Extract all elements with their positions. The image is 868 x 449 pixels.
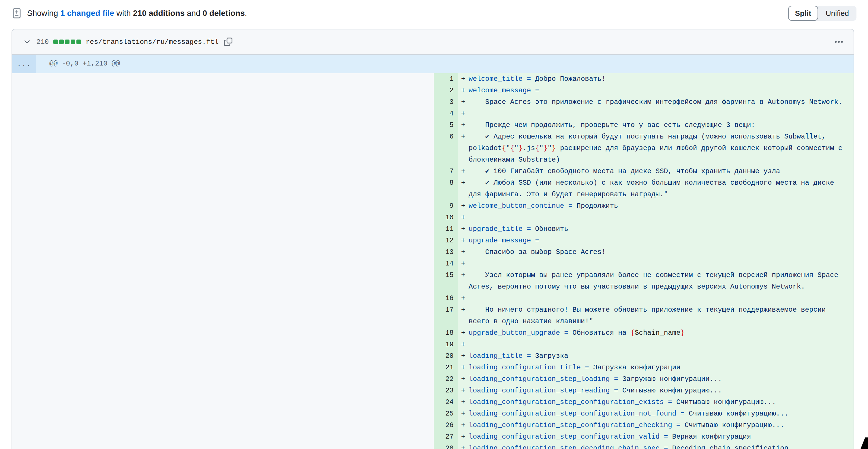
line-number[interactable]: 25: [434, 408, 458, 420]
line-number[interactable]: 23: [434, 385, 458, 396]
diff-row: 18+upgrade_button_upgrade = Обновиться н…: [12, 327, 854, 339]
addition-marker: +: [461, 212, 469, 223]
line-number[interactable]: 21: [434, 362, 458, 373]
line-number[interactable]: 14: [434, 258, 458, 270]
line-number[interactable]: 27: [434, 431, 458, 443]
code-token: =: [672, 421, 685, 429]
diff-row: 23+loading_configuration_step_reading = …: [12, 385, 854, 396]
line-number[interactable]: 24: [434, 396, 458, 408]
line-number[interactable]: 17: [434, 304, 458, 327]
code-token: Считываю конфигурацию...: [685, 421, 784, 429]
addition-marker: +: [461, 339, 469, 350]
code-cell: + ✔ 100 Гигабайт свободного места на дис…: [458, 166, 854, 177]
summary-and: and: [185, 9, 203, 18]
unified-view-button[interactable]: Unified: [818, 6, 857, 21]
diff-row: 26+loading_configuration_step_configurat…: [12, 420, 854, 431]
code-token: =: [531, 87, 539, 94]
line-number[interactable]: 9: [434, 200, 458, 212]
code-line: Узел которым вы ранее управляли более не…: [469, 270, 849, 293]
code-line: ✔ Любой SSD (или несколько) с как можно …: [469, 177, 849, 200]
addition-marker: +: [461, 350, 469, 362]
code-line: loading_configuration_step_configuration…: [469, 431, 751, 443]
line-number[interactable]: 5: [434, 119, 458, 131]
changed-file-link[interactable]: 1 changed file: [60, 9, 114, 18]
line-number[interactable]: 7: [434, 166, 458, 177]
line-number[interactable]: 18: [434, 327, 458, 339]
code-cell: +: [458, 339, 854, 350]
line-number[interactable]: 4: [434, 108, 458, 119]
code-token: loading_configuration_step_configuration…: [469, 398, 664, 406]
line-number[interactable]: 6: [434, 131, 458, 166]
line-number[interactable]: 11: [434, 223, 458, 235]
line-number[interactable]: 1: [434, 73, 458, 85]
file-options-button[interactable]: [834, 37, 844, 47]
code-token: Загружаю конфигурации...: [622, 375, 722, 383]
expand-hunk-button[interactable]: ...: [12, 55, 36, 73]
code-token: =: [523, 75, 535, 83]
line-number[interactable]: 12: [434, 235, 458, 246]
code-cell: + Спасибо за выбор Space Acres!: [458, 246, 854, 258]
diff-row: 21+loading_configuration_title = Загрузк…: [12, 362, 854, 373]
code-token: =: [676, 410, 689, 418]
code-line: ✔ Адрес кошелька на который будут поступ…: [469, 131, 849, 166]
diff-row: 8+ ✔ Любой SSD (или несколько) с как мож…: [12, 177, 854, 200]
code-token: welcome_title: [469, 75, 523, 83]
addition-marker: +: [461, 258, 469, 270]
diff-left-empty-cell: [12, 270, 434, 293]
code-token: ": [539, 144, 543, 152]
code-token: ": [514, 144, 518, 152]
code-line: welcome_button_continue = Продолжить: [469, 200, 618, 212]
code-token: {: [502, 144, 506, 152]
code-token: loading_title: [469, 352, 523, 360]
diff-right-cell: 18+upgrade_button_upgrade = Обновиться н…: [434, 327, 854, 339]
code-token: loading_configuration_title: [469, 364, 581, 371]
split-view-button[interactable]: Split: [788, 6, 818, 21]
addition-marker: +: [461, 108, 469, 119]
line-number[interactable]: 26: [434, 420, 458, 431]
code-token: Считываю конфигурацию...: [676, 398, 776, 406]
code-token: upgrade_message: [469, 237, 531, 244]
diffstat-block-addition: [59, 39, 64, 44]
diff-left-empty-cell: [12, 166, 434, 177]
file-path[interactable]: res/translations/ru/messages.ftl: [86, 38, 219, 46]
line-number[interactable]: 2: [434, 85, 458, 96]
line-number[interactable]: 13: [434, 246, 458, 258]
collapse-file-button[interactable]: [22, 37, 32, 47]
line-number[interactable]: 19: [434, 339, 458, 350]
diff-row: 27+loading_configuration_step_configurat…: [12, 431, 854, 443]
code-token: Прежде чем продолжить, проверьте что у в…: [469, 121, 755, 129]
code-token: ": [548, 144, 552, 152]
chevron-down-icon: [23, 38, 31, 46]
copy-path-button[interactable]: [224, 37, 232, 46]
line-number[interactable]: 15: [434, 270, 458, 293]
summary-with: with: [114, 9, 133, 18]
file-diff-card: 210 res/translations/ru/messages.ftl ...…: [11, 29, 854, 449]
line-number[interactable]: 3: [434, 96, 458, 108]
diff-row: 16+: [12, 293, 854, 304]
line-number[interactable]: 8: [434, 177, 458, 200]
code-token: Но ничего страшного! Вы можете обновить …: [469, 306, 830, 325]
line-number[interactable]: 28: [434, 443, 458, 449]
addition-marker: +: [461, 235, 469, 246]
code-cell: +loading_configuration_title = Загрузка …: [458, 362, 854, 373]
code-token: Узел которым вы ранее управляли более не…: [469, 271, 842, 291]
code-token: loading_configuration_step_configuration…: [469, 421, 672, 429]
diff-view-toggle: Split Unified: [788, 6, 857, 21]
code-line: loading_configuration_step_decoding_chai…: [469, 443, 801, 449]
diff-right-cell: 22+loading_configuration_step_loading = …: [434, 373, 854, 385]
code-line: loading_configuration_step_configuration…: [469, 420, 784, 431]
addition-marker: +: [461, 293, 469, 304]
line-number[interactable]: 22: [434, 373, 458, 385]
diff-left-empty-cell: [12, 119, 434, 131]
code-cell: +upgrade_message =: [458, 235, 854, 246]
line-number[interactable]: 20: [434, 350, 458, 362]
line-number[interactable]: 16: [434, 293, 458, 304]
code-token: }: [543, 144, 547, 152]
code-cell: +loading_configuration_step_configuratio…: [458, 408, 854, 420]
diff-row: 28+loading_configuration_step_decoding_c…: [12, 443, 854, 449]
line-number[interactable]: 10: [434, 212, 458, 223]
diff-right-cell: 24+loading_configuration_step_configurat…: [434, 396, 854, 408]
code-token: upgrade_title: [469, 225, 523, 233]
diff-right-cell: 13+ Спасибо за выбор Space Acres!: [434, 246, 854, 258]
diffstat-blocks: [53, 39, 81, 44]
